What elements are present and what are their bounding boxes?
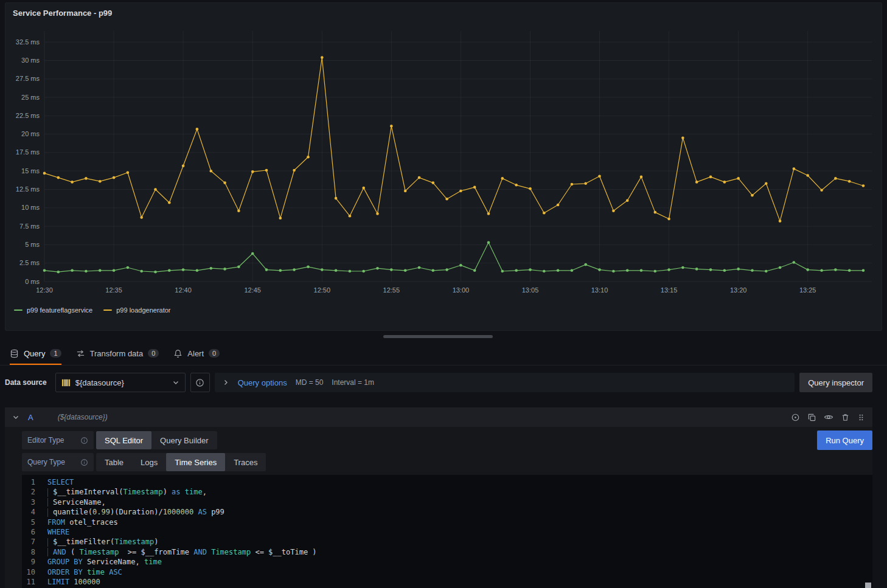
svg-text:7.5 ms: 7.5 ms <box>19 223 40 230</box>
svg-text:12.5 ms: 12.5 ms <box>16 185 40 193</box>
editor-type-label: Editor Type <box>22 431 94 449</box>
code-line[interactable]: 2$__timeInterval(Timestamp) as time, <box>22 487 872 497</box>
editor-type-row: Editor Type SQL Editor Query Builder Run… <box>22 431 872 450</box>
code-line[interactable]: 3ServiceName, <box>22 497 872 507</box>
svg-text:12:35: 12:35 <box>105 286 122 294</box>
tab-transform-data[interactable]: Transform data 0 <box>76 343 159 365</box>
code-line[interactable]: 7$__timeFilter(Timestamp) <box>22 537 872 547</box>
svg-text:15 ms: 15 ms <box>21 167 40 175</box>
code-line[interactable]: 8AND ( Timestamp >= $__fromTime AND Time… <box>22 547 872 557</box>
code-line[interactable]: 6WHERE <box>22 527 872 537</box>
run-query-button[interactable]: Run Query <box>817 431 872 450</box>
svg-text:12:50: 12:50 <box>314 286 331 294</box>
editor-type-segmented: SQL Editor Query Builder <box>96 431 217 449</box>
segment-sql-editor[interactable]: SQL Editor <box>96 431 151 449</box>
line-number: 9 <box>22 557 47 567</box>
svg-text:25 ms: 25 ms <box>21 94 40 101</box>
code-line[interactable]: 9GROUP BY ServiceName, time <box>22 557 872 567</box>
editor-tabs: Query 1 Transform data 0 Alert 0 <box>0 343 887 365</box>
query-type-label-text: Query Type <box>27 458 65 466</box>
chevron-down-icon <box>172 379 179 386</box>
code-line[interactable]: 4quantile(0.99)(Duration)/1000000 AS p99 <box>22 507 872 517</box>
indent-guide <box>47 498 52 507</box>
svg-text:0 ms: 0 ms <box>25 278 40 285</box>
query-options-interval: Interval = 1m <box>332 378 374 387</box>
drag-handle-icon[interactable] <box>857 413 865 422</box>
line-number: 3 <box>22 497 47 507</box>
code-line[interactable]: 10ORDER BY time ASC <box>22 567 872 577</box>
legend-swatch-yellow <box>103 310 112 311</box>
line-number: 2 <box>22 487 47 497</box>
tab-label: Query <box>24 349 45 358</box>
query-type-row: Query Type Table Logs Time Series Traces <box>22 453 872 471</box>
info-circle-icon[interactable] <box>80 437 88 444</box>
delete-query-icon[interactable] <box>841 413 850 422</box>
line-number: 5 <box>22 517 47 527</box>
line-number: 1 <box>22 477 47 487</box>
database-icon <box>10 349 19 358</box>
segment-time-series[interactable]: Time Series <box>166 453 225 471</box>
svg-text:17.5 ms: 17.5 ms <box>16 148 40 156</box>
line-number: 10 <box>22 567 47 577</box>
svg-text:12:40: 12:40 <box>175 286 192 294</box>
svg-text:5 ms: 5 ms <box>25 241 40 248</box>
code-line[interactable]: 5FROM otel_traces <box>22 517 872 527</box>
query-editor-row: A (${datasource}) Editor Type <box>5 407 872 588</box>
query-row-header[interactable]: A (${datasource}) <box>5 407 872 427</box>
chart-legend: p99 featureflagservice p99 loadgenerator <box>5 305 882 316</box>
datasource-help-button[interactable] <box>190 373 210 392</box>
collapse-chevron-icon[interactable] <box>12 413 19 421</box>
tab-query[interactable]: Query 1 <box>10 343 61 365</box>
line-number: 8 <box>22 547 47 557</box>
transform-icon <box>76 349 85 358</box>
svg-text:22.5 ms: 22.5 ms <box>16 112 40 119</box>
code-line[interactable]: 11LIMIT 100000 <box>22 577 872 587</box>
svg-text:13:05: 13:05 <box>522 286 539 294</box>
legend-label: p99 loadgenerator <box>116 306 170 314</box>
segment-table[interactable]: Table <box>96 453 132 471</box>
info-circle-icon <box>195 378 204 387</box>
segment-logs[interactable]: Logs <box>132 453 166 471</box>
sql-editor[interactable]: 1SELECT2$__timeInterval(Timestamp) as ti… <box>22 475 872 588</box>
query-help-icon[interactable] <box>791 413 800 422</box>
chevron-right-icon <box>222 379 229 386</box>
query-datasource-hint: (${datasource}) <box>58 413 108 421</box>
legend-label: p99 featureflagservice <box>27 306 92 314</box>
editor-scrollbar-marker[interactable] <box>865 583 871 588</box>
code-line[interactable]: 1SELECT <box>22 477 872 487</box>
info-circle-icon[interactable] <box>80 458 88 466</box>
segment-traces[interactable]: Traces <box>225 453 266 471</box>
query-options-link[interactable]: Query options <box>238 378 287 387</box>
panel-title[interactable]: Service Performance - p99 <box>5 3 882 20</box>
svg-text:12:55: 12:55 <box>383 286 400 294</box>
query-options-bar[interactable]: Query options MD = 50 Interval = 1m <box>215 373 795 392</box>
indent-guide <box>47 488 52 497</box>
svg-text:12:45: 12:45 <box>244 286 261 294</box>
legend-item-featureflagservice[interactable]: p99 featureflagservice <box>14 306 92 314</box>
query-row-body: Editor Type SQL Editor Query Builder Run… <box>5 427 872 588</box>
line-number: 7 <box>22 537 47 547</box>
tab-transform-count: 0 <box>148 349 159 358</box>
svg-text:13:15: 13:15 <box>661 286 678 294</box>
datasource-picker[interactable]: ${datasource} <box>55 373 186 392</box>
timeseries-panel: Service Performance - p99 0 ms2.5 ms5 ms… <box>5 2 882 331</box>
editor-type-label-text: Editor Type <box>27 436 64 444</box>
query-type-segmented: Table Logs Time Series Traces <box>96 453 266 471</box>
duplicate-query-icon[interactable] <box>807 413 816 422</box>
horizontal-scrollbar-thumb[interactable] <box>383 335 493 338</box>
legend-item-loadgenerator[interactable]: p99 loadgenerator <box>103 306 170 314</box>
hide-response-icon[interactable] <box>824 412 833 422</box>
segment-query-builder[interactable]: Query Builder <box>151 431 217 449</box>
svg-text:10 ms: 10 ms <box>21 204 40 211</box>
svg-text:13:20: 13:20 <box>730 286 747 294</box>
tab-label: Transform data <box>90 349 144 358</box>
timeseries-chart[interactable]: 0 ms2.5 ms5 ms7.5 ms10 ms12.5 ms15 ms17.… <box>10 20 878 305</box>
tab-alert[interactable]: Alert 0 <box>173 343 220 365</box>
svg-text:20 ms: 20 ms <box>21 130 40 137</box>
datasource-label: Data source <box>5 378 47 387</box>
tab-label: Alert <box>187 349 204 358</box>
svg-text:13:10: 13:10 <box>591 286 608 294</box>
query-inspector-button[interactable]: Query inspector <box>799 373 872 392</box>
svg-text:13:25: 13:25 <box>799 286 816 294</box>
line-number: 11 <box>22 577 47 587</box>
